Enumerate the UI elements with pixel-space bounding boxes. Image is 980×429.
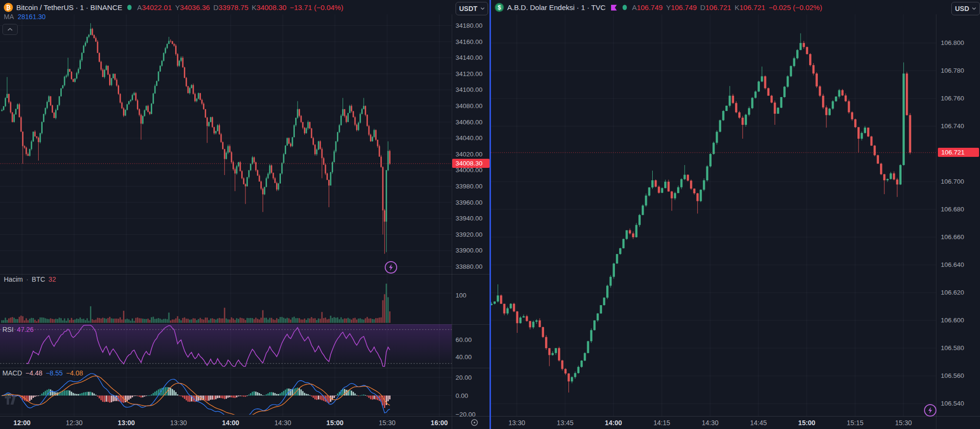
dxy-legend-row[interactable]: $ A.B.D. Dolar Endeksi · 1 · TVC A106.74… xyxy=(495,3,822,12)
high-label: Y xyxy=(175,3,180,11)
close-value: 34008.30 xyxy=(256,3,287,11)
high-value: 106.749 xyxy=(671,3,697,11)
close-value: 106.721 xyxy=(739,3,765,11)
btc-chart-canvas[interactable]: 12:0012:3013:0013:3014:0014:3015:0015:30… xyxy=(0,0,490,429)
quote-currency-dropdown-usdt[interactable]: USDT xyxy=(456,2,488,15)
btc-legend-row[interactable]: ₿ Bitcoin / TetherUS · 1 · BINANCE A3402… xyxy=(4,3,343,12)
volume-label: Hacim xyxy=(4,275,23,283)
instant-trading-lightning-icon[interactable] xyxy=(922,402,938,420)
low-value: 106.721 xyxy=(705,3,731,11)
chevron-down-icon xyxy=(480,7,485,10)
dxy-chart-panel: 13:3013:4514:0014:1514:3014:4515:0015:15… xyxy=(491,0,980,429)
chevron-down-icon xyxy=(972,7,976,10)
chevron-up-icon xyxy=(7,28,13,31)
instant-trading-lightning-icon[interactable] xyxy=(383,259,399,277)
rsi-pane-legend[interactable]: RSI 47.26 xyxy=(2,326,33,333)
bitcoin-icon: ₿ xyxy=(4,3,13,12)
close-label: K xyxy=(735,3,739,11)
market-status-dot xyxy=(623,5,627,10)
dxy-time-axis[interactable] xyxy=(491,416,922,429)
legend-collapse-button[interactable] xyxy=(2,24,18,35)
high-value: 34036.36 xyxy=(180,3,210,11)
open-value: 34022.01 xyxy=(142,3,172,11)
btc-last-price-badge: 34008.30 xyxy=(452,159,490,168)
time-axis-settings-icon[interactable] xyxy=(470,418,479,429)
market-status-dot xyxy=(127,5,132,10)
btc-price-axis[interactable] xyxy=(452,14,490,416)
dot-separator: · xyxy=(26,275,29,283)
change-value: −0.025 (−0.02%) xyxy=(768,3,822,11)
macd-line-value: −8.55 xyxy=(46,369,63,377)
ma-value: 28161.30 xyxy=(18,13,45,21)
btc-symbol-title[interactable]: Bitcoin / TetherUS · 1 · BINANCE xyxy=(16,3,122,11)
rsi-value: 47.26 xyxy=(17,326,33,333)
macd-signal-value: −4.08 xyxy=(66,369,83,377)
btc-chart-panel: 12:0012:3013:0013:3014:0014:3015:0015:30… xyxy=(0,0,490,429)
tradingview-watermark xyxy=(5,396,19,408)
open-label: A xyxy=(137,3,142,11)
open-label: A xyxy=(632,3,637,11)
dollar-icon: $ xyxy=(495,3,504,12)
usd-dropdown-label: USD xyxy=(955,5,969,12)
low-value: 33978.75 xyxy=(219,3,249,11)
ma-indicator-row[interactable]: MA 28161.30 xyxy=(4,13,45,21)
dxy-price-axis[interactable] xyxy=(936,14,980,416)
macd-pane-legend[interactable]: MACD −4.48 −8.55 −4.08 xyxy=(2,369,83,377)
usdt-dropdown-label: USDT xyxy=(459,5,477,12)
close-label: K xyxy=(252,3,256,11)
change-value: −13.71 (−0.04%) xyxy=(290,3,344,11)
macd-label: MACD xyxy=(2,369,22,377)
trading-workspace: 12:0012:3013:0013:3014:0014:3015:0015:30… xyxy=(0,0,980,429)
dxy-symbol-title[interactable]: A.B.D. Dolar Endeksi · 1 · TVC xyxy=(507,3,606,11)
open-value: 106.749 xyxy=(637,3,663,11)
low-label: D xyxy=(213,3,219,11)
volume-value: 32 xyxy=(48,275,56,283)
volume-unit: BTC xyxy=(32,275,45,283)
ma-label: MA xyxy=(4,13,14,21)
volume-pane-legend[interactable]: Hacim · BTC 32 xyxy=(4,275,56,283)
macd-hist-value: −4.48 xyxy=(25,369,42,377)
btc-time-axis[interactable] xyxy=(0,416,452,429)
low-label: D xyxy=(700,3,705,11)
dxy-last-price-badge: 106.721 xyxy=(938,148,979,157)
rsi-label: RSI xyxy=(2,326,13,333)
dxy-chart-canvas[interactable]: 13:3013:4514:0014:1514:3014:4515:0015:15… xyxy=(491,0,980,429)
high-label: Y xyxy=(666,3,671,11)
purple-flag-icon[interactable] xyxy=(611,4,617,11)
quote-currency-dropdown-usd[interactable]: USD xyxy=(951,2,980,15)
